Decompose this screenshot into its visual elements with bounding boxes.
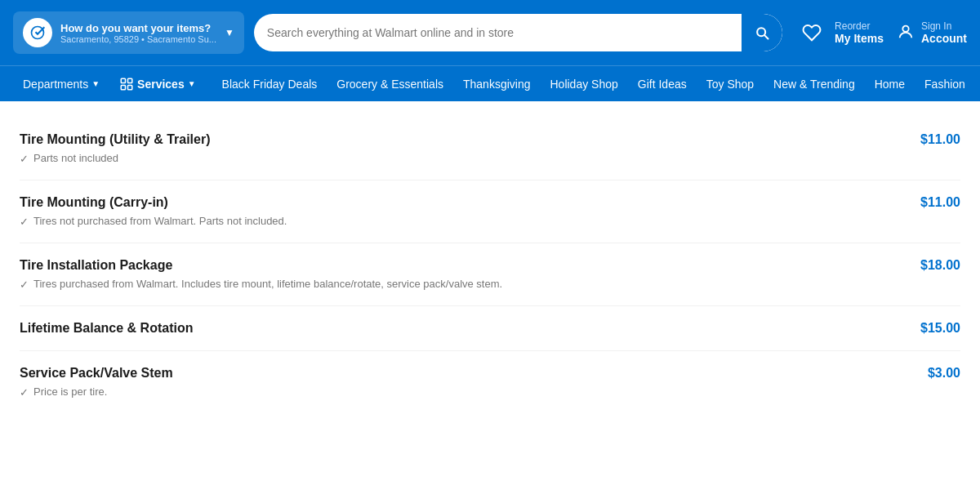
search-icon (754, 24, 770, 41)
location-text: How do you want your items? Sacramento, … (60, 22, 216, 44)
heart-icon (802, 23, 822, 42)
service-price: $11.00 (920, 195, 960, 210)
list-item: Tire Mounting (Carry-in)$11.00✓Tires not… (20, 180, 960, 243)
location-button[interactable]: How do you want your items? Sacramento, … (13, 11, 244, 54)
sidebar-item-fashion[interactable]: Fashion (915, 66, 975, 102)
home-label: Home (875, 78, 905, 91)
list-item: Service Pack/Valve Stem$3.00✓Price is pe… (20, 351, 960, 413)
location-question: How do you want your items? (60, 22, 216, 34)
reorder-button[interactable]: Reorder My Items (835, 20, 884, 45)
location-icon (23, 18, 52, 47)
sidebar-item-black-friday[interactable]: Black Friday Deals (212, 66, 327, 102)
service-name: Tire Installation Package (20, 258, 172, 273)
service-name: Tire Mounting (Utility & Trailer) (20, 132, 211, 147)
service-name: Lifetime Balance & Rotation (20, 321, 193, 336)
location-address: Sacramento, 95829 • Sacramento Su... (60, 34, 216, 44)
service-name: Service Pack/Valve Stem (20, 366, 173, 381)
svg-rect-2 (121, 78, 125, 82)
sidebar-item-grocery[interactable]: Grocery & Essentials (327, 66, 453, 102)
signin-label-top: Sign In (921, 20, 967, 32)
user-icon (897, 23, 915, 43)
search-bar (254, 14, 782, 51)
sidebar-item-gift-ideas[interactable]: Gift Ideas (628, 66, 697, 102)
svg-rect-3 (128, 78, 132, 82)
check-icon: ✓ (20, 153, 29, 165)
service-row: Service Pack/Valve Stem$3.00 (20, 366, 960, 381)
service-row: Tire Mounting (Utility & Trailer)$11.00 (20, 132, 960, 147)
sidebar-item-services[interactable]: Services ▼ (109, 66, 206, 102)
sidebar-item-thanksgiving[interactable]: Thanksgiving (453, 66, 541, 102)
service-note: ✓Parts not included (20, 152, 960, 165)
gift-ideas-label: Gift Ideas (638, 78, 687, 91)
search-button[interactable] (742, 14, 782, 51)
check-icon: ✓ (20, 278, 29, 291)
fashion-label: Fashion (924, 78, 965, 91)
grocery-label: Grocery & Essentials (336, 78, 443, 91)
main-content: Tire Mounting (Utility & Trailer)$11.00✓… (0, 101, 980, 430)
service-price: $15.00 (920, 321, 960, 336)
service-note-text: Price is per tire. (33, 385, 107, 398)
sidebar-item-home[interactable]: Home (865, 66, 915, 102)
new-trending-label: New & Trending (773, 78, 855, 91)
reorder-label-bottom: My Items (835, 32, 884, 45)
service-row: Tire Installation Package$18.00 (20, 258, 960, 273)
header: How do you want your items? Sacramento, … (0, 0, 980, 65)
sidebar-item-toy-shop[interactable]: Toy Shop (697, 66, 764, 102)
svg-point-1 (902, 25, 908, 31)
search-input[interactable] (254, 26, 742, 39)
list-item: Lifetime Balance & Rotation$15.00 (20, 306, 960, 351)
toy-shop-label: Toy Shop (706, 78, 754, 91)
service-price: $18.00 (920, 258, 960, 273)
service-price: $3.00 (928, 366, 960, 381)
signin-button[interactable]: Sign In Account (897, 20, 967, 45)
svg-rect-4 (121, 85, 125, 89)
thanksgiving-label: Thanksgiving (463, 78, 531, 91)
signin-label-bottom: Account (921, 32, 967, 45)
chevron-down-icon: ▼ (188, 79, 196, 88)
services-label: Services (137, 78, 185, 91)
list-item: Tire Mounting (Utility & Trailer)$11.00✓… (20, 118, 960, 180)
navbar: Departments ▼ Services ▼ Black Friday De… (0, 65, 980, 101)
service-row: Lifetime Balance & Rotation$15.00 (20, 321, 960, 336)
departments-label: Departments (23, 78, 88, 91)
service-row: Tire Mounting (Carry-in)$11.00 (20, 195, 960, 210)
service-note-text: Parts not included (33, 152, 118, 164)
sidebar-item-holiday-shop[interactable]: Holiday Shop (541, 66, 628, 102)
holiday-shop-label: Holiday Shop (550, 78, 618, 91)
header-actions: Reorder My Items Sign In Account (802, 20, 967, 45)
service-note-text: Tires purchased from Walmart. Includes t… (33, 278, 502, 290)
chevron-down-icon: ▼ (225, 27, 234, 38)
check-icon: ✓ (20, 216, 29, 228)
service-note: ✓Price is per tire. (20, 385, 960, 399)
service-note-text: Tires not purchased from Walmart. Parts … (33, 215, 287, 227)
svg-rect-5 (128, 85, 132, 89)
service-note: ✓Tires purchased from Walmart. Includes … (20, 278, 960, 291)
sidebar-item-departments[interactable]: Departments ▼ (13, 66, 109, 102)
service-price: $11.00 (920, 132, 960, 147)
sidebar-item-new-trending[interactable]: New & Trending (764, 66, 865, 102)
check-icon: ✓ (20, 386, 29, 399)
reorder-label-top: Reorder (835, 20, 884, 32)
svg-point-0 (32, 27, 44, 39)
black-friday-label: Black Friday Deals (222, 78, 318, 91)
chevron-down-icon: ▼ (91, 79, 100, 88)
grid-icon (119, 77, 134, 91)
wishlist-button[interactable] (802, 23, 822, 42)
service-name: Tire Mounting (Carry-in) (20, 195, 168, 210)
list-item: Tire Installation Package$18.00✓Tires pu… (20, 243, 960, 306)
service-note: ✓Tires not purchased from Walmart. Parts… (20, 215, 960, 228)
